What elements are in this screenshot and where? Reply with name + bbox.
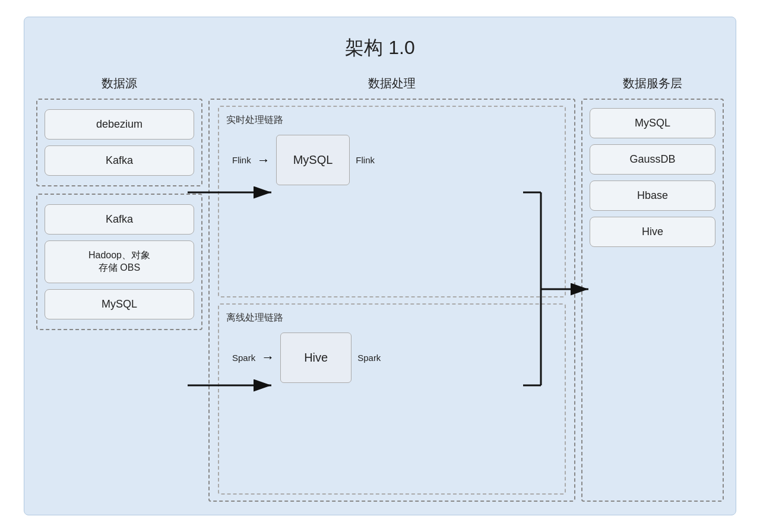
source-outer: debezium Kafka Kafka Hadoop、对象 存储 OBS My…: [36, 99, 202, 502]
offline-arrow-right: →: [261, 350, 274, 365]
source-group1: debezium Kafka: [36, 99, 202, 186]
source-hadoop: Hadoop、对象 存储 OBS: [45, 240, 194, 283]
columns-layout: 数据源 debezium Kafka Kafka Hadoop、对象 存储 OB…: [36, 75, 724, 502]
offline-component: Hive: [280, 332, 352, 383]
source-label: 数据源: [36, 75, 202, 91]
realtime-arrow-right: →: [257, 153, 270, 168]
page-title: 架构 1.0: [36, 35, 724, 61]
realtime-label: 实时处理链路: [226, 114, 558, 126]
service-hbase: Hbase: [590, 180, 715, 211]
service-mysql: MySQL: [590, 108, 715, 138]
offline-section: 离线处理链路 Spark → Hive Spark: [218, 303, 566, 495]
main-container: 架构 1.0 数据源 debezium Kafka Kafka Hadoop、对…: [24, 17, 736, 515]
realtime-input-label: Flink: [232, 155, 251, 165]
processing-outer: 实时处理链路 Flink → MySQL Flink 离线处理链路 Spark …: [208, 99, 575, 502]
source-group2: Kafka Hadoop、对象 存储 OBS MySQL: [36, 194, 202, 330]
source-column: 数据源 debezium Kafka Kafka Hadoop、对象 存储 OB…: [36, 75, 202, 502]
source-debezium: debezium: [45, 109, 194, 140]
offline-input-label: Spark: [232, 353, 255, 363]
service-outer: MySQL GaussDB Hbase Hive: [581, 99, 724, 502]
source-kafka2: Kafka: [45, 204, 194, 235]
realtime-section: 实时处理链路 Flink → MySQL Flink: [218, 106, 566, 297]
source-kafka1: Kafka: [45, 145, 194, 176]
processing-column: 数据处理 实时处理链路 Flink → MySQL Flink 离线处理链路: [208, 75, 575, 502]
realtime-component: MySQL: [276, 135, 350, 185]
source-mysql: MySQL: [45, 289, 194, 319]
service-hive: Hive: [590, 217, 715, 247]
service-gaussdb: GaussDB: [590, 144, 715, 175]
service-column: 数据服务层 MySQL GaussDB Hbase Hive: [581, 75, 724, 502]
service-label: 数据服务层: [581, 75, 724, 91]
offline-output-label: Spark: [357, 353, 381, 363]
offline-label: 离线处理链路: [226, 312, 558, 324]
processing-label: 数据处理: [208, 75, 575, 91]
realtime-output-label: Flink: [356, 155, 375, 165]
